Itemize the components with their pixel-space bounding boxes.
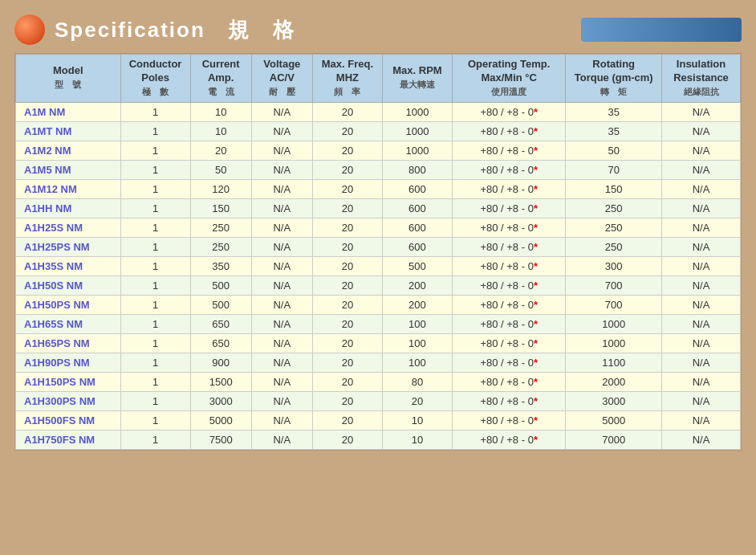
cell-poles: 1 — [120, 430, 190, 449]
cell-freq: 20 — [312, 237, 382, 256]
cell-voltage: N/A — [251, 141, 312, 160]
cell-model: A1MT NM — [16, 121, 121, 141]
cell-torque: 70 — [566, 160, 662, 179]
cell-insulation: N/A — [662, 295, 741, 314]
cell-temp: +80 / +8 - 0* — [452, 218, 565, 237]
cell-freq: 20 — [312, 333, 382, 353]
cell-rpm: 200 — [382, 275, 452, 295]
cell-freq: 20 — [312, 295, 382, 314]
cell-rpm: 600 — [382, 237, 452, 256]
spec-table-container: Model型 號 ConductorPoles極 數 CurrentAmp.電 … — [14, 53, 742, 451]
cell-insulation: N/A — [662, 141, 741, 160]
table-row: A1M5 NM150N/A20800+80 / +8 - 0*70N/A — [16, 160, 741, 179]
cell-voltage: N/A — [251, 314, 312, 333]
cell-torque: 35 — [566, 102, 662, 121]
cell-freq: 20 — [312, 121, 382, 141]
cell-torque: 300 — [566, 256, 662, 275]
cell-freq: 20 — [312, 275, 382, 295]
col-header-torque: RotatingTorque (gm-cm)轉 矩 — [566, 55, 662, 103]
cell-freq: 20 — [312, 353, 382, 372]
cell-model: A1M5 NM — [16, 160, 121, 179]
cell-voltage: N/A — [251, 179, 312, 198]
cell-temp: +80 / +8 - 0* — [452, 353, 565, 372]
cell-model: A1H50S NM — [16, 275, 121, 295]
cell-torque: 5000 — [566, 410, 662, 430]
cell-poles: 1 — [120, 333, 190, 353]
cell-current: 120 — [190, 179, 251, 198]
cell-current: 650 — [190, 333, 251, 353]
cell-insulation: N/A — [662, 314, 741, 333]
cell-torque: 250 — [566, 198, 662, 218]
cell-voltage: N/A — [251, 353, 312, 372]
table-row: A1H25PS NM1250N/A20600+80 / +8 - 0*250N/… — [16, 237, 741, 256]
cell-temp: +80 / +8 - 0* — [452, 160, 565, 179]
cell-rpm: 200 — [382, 295, 452, 314]
col-header-voltage: VoltageAC/V耐 壓 — [251, 55, 312, 103]
cell-torque: 35 — [566, 121, 662, 141]
cell-temp: +80 / +8 - 0* — [452, 333, 565, 353]
cell-freq: 20 — [312, 218, 382, 237]
table-row: A1H65PS NM1650N/A20100+80 / +8 - 0*1000N… — [16, 333, 741, 353]
table-row: A1H65S NM1650N/A20100+80 / +8 - 0*1000N/… — [16, 314, 741, 333]
cell-model: A1H65PS NM — [16, 333, 121, 353]
cell-temp: +80 / +8 - 0* — [452, 295, 565, 314]
header: Specification 規 格 — [14, 14, 742, 45]
header-row-1: Model型 號 ConductorPoles極 數 CurrentAmp.電 … — [16, 55, 741, 103]
cell-rpm: 600 — [382, 218, 452, 237]
col-header-model: Model型 號 — [16, 55, 121, 103]
cell-voltage: N/A — [251, 218, 312, 237]
cell-temp: +80 / +8 - 0* — [452, 372, 565, 391]
cell-temp: +80 / +8 - 0* — [452, 121, 565, 141]
cell-rpm: 100 — [382, 333, 452, 353]
cell-voltage: N/A — [251, 237, 312, 256]
cell-poles: 1 — [120, 179, 190, 198]
table-row: A1M12 NM1120N/A20600+80 / +8 - 0*150N/A — [16, 179, 741, 198]
cell-poles: 1 — [120, 198, 190, 218]
cell-model: A1H65S NM — [16, 314, 121, 333]
cell-temp: +80 / +8 - 0* — [452, 410, 565, 430]
table-row: A1H50S NM1500N/A20200+80 / +8 - 0*700N/A — [16, 275, 741, 295]
cell-voltage: N/A — [251, 256, 312, 275]
col-header-insulation: InsulationResistance絕緣阻抗 — [662, 55, 741, 103]
col-header-rpm: Max. RPM最大轉速 — [382, 55, 452, 103]
cell-freq: 20 — [312, 314, 382, 333]
cell-freq: 20 — [312, 160, 382, 179]
cell-model: A1M12 NM — [16, 179, 121, 198]
table-row: A1M NM110N/A201000+80 / +8 - 0*35N/A — [16, 102, 741, 121]
cell-current: 150 — [190, 198, 251, 218]
cell-model: A1H50PS NM — [16, 295, 121, 314]
cell-model: A1H150PS NM — [16, 372, 121, 391]
cell-freq: 20 — [312, 179, 382, 198]
blue-bar — [581, 18, 742, 42]
table-row: A1M2 NM120N/A201000+80 / +8 - 0*50N/A — [16, 141, 741, 160]
cell-temp: +80 / +8 - 0* — [452, 102, 565, 121]
cell-rpm: 1000 — [382, 121, 452, 141]
cell-torque: 50 — [566, 141, 662, 160]
cell-model: A1H300PS NM — [16, 391, 121, 410]
cell-current: 650 — [190, 314, 251, 333]
cell-model: A1HH NM — [16, 198, 121, 218]
cell-insulation: N/A — [662, 121, 741, 141]
cell-current: 3000 — [190, 391, 251, 410]
cell-temp: +80 / +8 - 0* — [452, 430, 565, 449]
cell-current: 10 — [190, 121, 251, 141]
col-header-freq: Max. Freq.MHZ頻 率 — [312, 55, 382, 103]
cell-rpm: 800 — [382, 160, 452, 179]
cell-rpm: 80 — [382, 372, 452, 391]
table-row: A1MT NM110N/A201000+80 / +8 - 0*35N/A — [16, 121, 741, 141]
cell-insulation: N/A — [662, 102, 741, 121]
cell-insulation: N/A — [662, 218, 741, 237]
cell-current: 20 — [190, 141, 251, 160]
cell-insulation: N/A — [662, 198, 741, 218]
cell-insulation: N/A — [662, 275, 741, 295]
cell-model: A1H500FS NM — [16, 410, 121, 430]
cell-voltage: N/A — [251, 295, 312, 314]
cell-voltage: N/A — [251, 372, 312, 391]
cell-model: A1H750FS NM — [16, 430, 121, 449]
cell-poles: 1 — [120, 314, 190, 333]
cell-poles: 1 — [120, 391, 190, 410]
cell-poles: 1 — [120, 372, 190, 391]
cell-rpm: 20 — [382, 391, 452, 410]
cell-poles: 1 — [120, 160, 190, 179]
cell-voltage: N/A — [251, 430, 312, 449]
